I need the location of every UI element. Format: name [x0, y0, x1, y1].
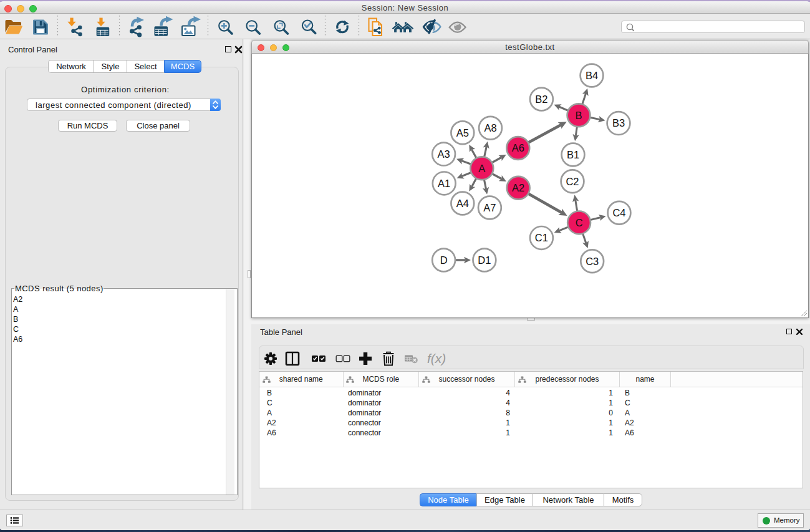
svg-text:D: D [440, 254, 448, 266]
svg-text:f(x): f(x) [427, 351, 446, 365]
svg-text:A: A [478, 163, 485, 174]
svg-text:C: C [576, 217, 583, 228]
svg-text:A5: A5 [456, 127, 469, 138]
svg-text:A7: A7 [483, 202, 496, 213]
svg-text:B4: B4 [586, 70, 598, 81]
svg-text:A8: A8 [484, 122, 496, 133]
svg-text:A6: A6 [512, 142, 524, 153]
svg-text:B2: B2 [535, 94, 547, 105]
svg-text:A3: A3 [438, 148, 450, 160]
svg-text:A2: A2 [512, 182, 524, 193]
svg-text:A1: A1 [438, 178, 450, 189]
svg-text:D1: D1 [478, 254, 491, 266]
svg-text:C4: C4 [612, 207, 625, 218]
svg-text:C1: C1 [535, 232, 548, 243]
svg-text:B3: B3 [612, 117, 625, 128]
svg-text:C3: C3 [586, 256, 599, 267]
svg-text:A4: A4 [456, 198, 469, 209]
svg-text:B1: B1 [567, 149, 579, 160]
svg-text:B: B [575, 110, 582, 121]
svg-text:C2: C2 [566, 176, 579, 187]
